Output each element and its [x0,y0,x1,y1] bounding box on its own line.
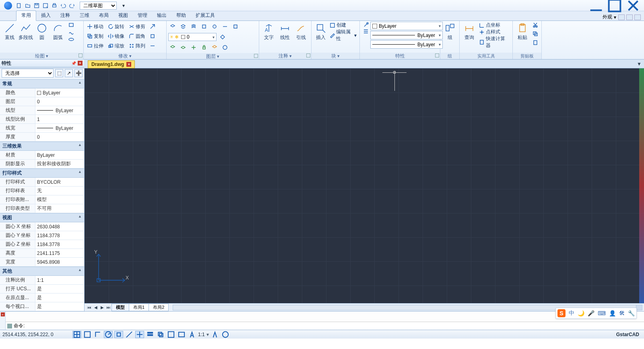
mdi-restore-icon[interactable] [626,14,633,20]
prop-linetype[interactable]: ByLayer [35,106,84,115]
pointcoord-button[interactable]: 点坐标 [477,22,511,29]
panel-expand-icon[interactable] [435,53,439,57]
ime-mic-icon[interactable]: 🎤 [588,310,594,316]
qat-redo-icon[interactable] [68,2,76,9]
qat-more-icon[interactable]: ▾ [120,2,127,9]
group-button[interactable]: 组 [442,22,458,40]
stretch-button[interactable]: 拉伸 [85,43,105,49]
workspace-select[interactable]: 二维草图 [80,2,117,10]
copy-button[interactable]: 复制 [85,33,105,40]
pointstyle-button[interactable]: 点样式 [477,29,511,35]
select-objects-icon[interactable]: ↗ [65,69,73,77]
copy-clip-button[interactable] [531,31,540,37]
sb-transp-icon[interactable] [167,331,175,338]
ime-settings-icon[interactable]: 🔧 [628,310,635,316]
nav-first-icon[interactable]: ⏮ [86,304,93,311]
panel-expand-icon[interactable] [78,53,83,57]
create-block-button[interactable]: 创建 [328,22,358,29]
panel-expand-icon[interactable] [254,54,258,58]
layer-match-button[interactable] [218,34,227,40]
layout-tab-1[interactable]: 布局1 [129,304,149,311]
sb-snap-icon[interactable] [83,331,92,338]
sb-osnap-icon[interactable] [114,331,123,338]
layout-tab-model[interactable]: 模型 [111,304,129,311]
tab-3d[interactable]: 三维 [75,11,94,21]
close-command-icon[interactable]: × [1,312,5,316]
tab-insert[interactable]: 插入 [36,11,56,21]
ime-tool-icon[interactable]: 🛠 [619,310,625,316]
mod-extra1[interactable] [148,23,157,30]
layout-tab-2[interactable]: 布局2 [149,304,169,311]
prop-cx[interactable]: 2630.0488 [35,222,84,231]
color-select[interactable]: ByLayer [370,22,443,30]
query-button[interactable]: 查询 [461,22,477,40]
sb-cycle-icon[interactable] [156,331,165,338]
insert-block-button[interactable]: 插入 [313,22,328,40]
prop-height[interactable]: 2141.1175 [35,249,84,257]
linetype-select[interactable]: ByLayer [370,31,443,39]
prop-ltscale[interactable]: 1 [35,115,84,123]
prop-width[interactable]: 5945.8908 [35,258,84,266]
section-general[interactable]: 常规▲ [0,79,84,88]
drawing-canvas[interactable]: Y X [85,68,644,303]
section-other[interactable]: 其他▲ [0,267,84,276]
sb-dyn-icon[interactable] [135,331,144,338]
spline-button[interactable] [67,29,76,35]
prop-ps[interactable]: BYCOLOR [35,178,84,186]
window-minimize-button[interactable] [587,0,605,11]
prop-material[interactable]: ByLayer [35,151,84,159]
ime-toolbar[interactable]: S 中 🌙 🎤 ⌨ 👤 🛠 🔧 [555,308,637,319]
window-close-button[interactable] [624,0,642,11]
command-handle-icon[interactable] [7,324,12,328]
ime-keyboard-icon[interactable]: ⌨ [598,310,606,316]
sb-ortho-icon[interactable] [93,331,102,338]
circle-button[interactable]: 圆 [34,22,50,40]
rotate-button[interactable]: 旋转 [106,23,126,30]
prop-layer[interactable]: 0 [35,97,84,106]
tab-annotate[interactable]: 注释 [56,11,75,21]
window-maximize-button[interactable] [605,0,624,11]
appearance-label[interactable]: 外观 [603,14,612,21]
trim-button[interactable]: 修剪 [127,23,147,30]
layer-iso-button[interactable] [168,44,177,51]
move-button[interactable]: 移动 [85,23,105,30]
lineweight-select[interactable]: ByLayer [370,40,443,49]
nav-last-icon[interactable]: ⏭ [105,304,112,311]
polyline-button[interactable]: 多段线 [18,22,34,40]
sb-lwt-icon[interactable] [146,331,155,338]
qat-undo-icon[interactable] [60,2,67,9]
close-panel-icon[interactable]: × [78,61,83,66]
panel-expand-icon[interactable] [306,53,310,57]
sb-otrack-icon[interactable] [125,331,134,338]
prop-lweight[interactable]: ByLayer [35,124,84,132]
section-3d[interactable]: 三维效果▲ [0,142,84,151]
layer-prev-button[interactable] [210,44,219,51]
prop-pst[interactable]: 无 [35,187,84,195]
ellipse-button[interactable] [67,36,76,43]
line-button[interactable]: 直线 [2,22,18,40]
tab-output[interactable]: 输出 [152,11,171,21]
prop-pta[interactable]: 模型 [35,195,84,204]
prop-color[interactable]: ByLayer [35,88,84,97]
qat-save-icon[interactable] [33,2,40,9]
mdi-min-icon[interactable] [618,14,625,20]
doctab-dropdown-icon[interactable]: ▼ [637,61,642,67]
tab-view[interactable]: 视图 [114,11,133,21]
tab-layout[interactable]: 布局 [94,11,114,21]
nav-prev-icon[interactable]: ◀ [93,304,99,311]
ime-moon-icon[interactable]: 🌙 [578,310,584,316]
sb-grid-icon[interactable] [72,331,81,338]
qat-saveas-icon[interactable] [42,2,49,9]
section-printstyle[interactable]: 打印样式▲ [0,168,84,178]
prop-cz[interactable]: 1184.3778 [35,240,84,248]
layer-current-select[interactable]: ☀✱0 [168,33,217,41]
qat-open-icon[interactable] [24,2,31,9]
annotation-scale[interactable]: 1:1 [198,332,205,337]
paste-spec-button[interactable] [531,39,540,46]
close-tab-icon[interactable]: × [126,62,131,67]
sb-ws-icon[interactable] [221,331,230,338]
nav-next-icon[interactable]: ▶ [99,304,105,311]
qat-print-icon[interactable] [51,2,58,9]
ime-user-icon[interactable]: 👤 [609,310,616,316]
coordinates-readout[interactable]: 2514.4135, 2154.222, 0 [2,332,71,337]
